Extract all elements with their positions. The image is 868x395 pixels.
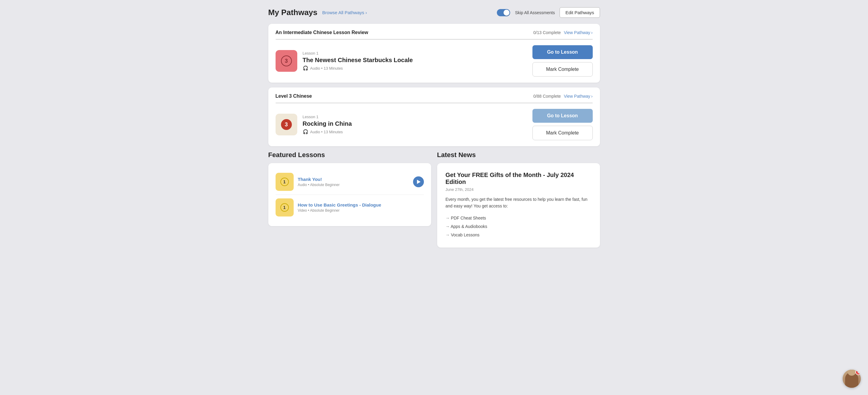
featured-thumb-num: 1 <box>280 178 289 186</box>
lesson-actions: Go to Lesson Mark Complete <box>532 45 593 77</box>
skip-assessments-toggle[interactable] <box>497 9 510 16</box>
latest-news-section: Latest News Get Your FREE Gifts of the M… <box>437 151 600 248</box>
lesson-row: 3 Lesson 1 Rocking in China 🎧 Audio • 13… <box>276 109 593 140</box>
news-card: Get Your FREE Gifts of the Month - July … <box>437 163 600 248</box>
pathway-name: An Intermediate Chinese Lesson Review <box>276 30 368 35</box>
pathway-cards: An Intermediate Chinese Lesson Review 0/… <box>268 24 600 146</box>
featured-card: 1 Thank You! Audio • Absolute Beginner 1… <box>268 163 431 226</box>
mark-complete-button[interactable]: Mark Complete <box>532 126 593 140</box>
progress-text: 0/13 Complete <box>533 30 561 35</box>
progress-bar <box>276 39 593 40</box>
page-wrapper: My Pathways Browse All Pathways › Skip A… <box>268 7 600 248</box>
lesson-title: Rocking in China <box>303 120 527 127</box>
lesson-thumb-number: 3 <box>281 119 292 130</box>
lesson-sub: 🎧 Audio • 13 Minutes <box>303 129 527 134</box>
featured-thumb: 1 <box>276 199 293 216</box>
lesson-thumb: 3 <box>276 50 297 72</box>
featured-lesson-row: 1 Thank You! Audio • Absolute Beginner <box>276 169 424 194</box>
news-list-item: Vocab Lessons <box>445 231 592 239</box>
page-title: My Pathways <box>268 8 317 17</box>
lesson-thumb: 3 <box>276 114 297 135</box>
news-list-item: PDF Cheat Sheets <box>445 214 592 222</box>
news-article-title: Get Your FREE Gifts of the Month - July … <box>445 172 592 185</box>
play-button[interactable] <box>413 176 424 187</box>
lesson-info: Lesson 1 The Newest Chinese Starbucks Lo… <box>303 51 527 71</box>
view-pathway-link[interactable]: View Pathway › <box>564 30 592 35</box>
edit-pathways-button[interactable]: Edit Pathways <box>560 7 600 18</box>
mark-complete-button[interactable]: Mark Complete <box>532 62 593 77</box>
audio-icon: 🎧 <box>303 65 308 71</box>
chat-badge: 2 <box>855 370 861 375</box>
featured-lesson-row: 1 How to Use Basic Greetings - Dialogue … <box>276 194 424 220</box>
featured-lesson-info: How to Use Basic Greetings - Dialogue Vi… <box>298 202 424 213</box>
chevron-right-icon: › <box>365 10 367 15</box>
featured-lesson-info: Thank You! Audio • Absolute Beginner <box>298 177 409 187</box>
news-list-item: Apps & Audiobooks <box>445 222 592 231</box>
featured-lessons-section: Featured Lessons 1 Thank You! Audio • Ab… <box>268 151 431 248</box>
progress-text: 0/88 Complete <box>533 94 561 99</box>
featured-title: Featured Lessons <box>268 151 431 159</box>
chevron-right-icon: › <box>591 30 593 35</box>
pathway-card-1: Level 3 Chinese 0/88 Complete View Pathw… <box>268 87 600 146</box>
news-body: Every month, you get the latest free res… <box>445 196 592 210</box>
header-right: Skip All Assessments Edit Pathways <box>497 7 600 18</box>
lesson-thumb-number: 3 <box>281 56 292 66</box>
lesson-label: Lesson 1 <box>303 51 527 56</box>
chevron-right-icon: › <box>591 94 593 99</box>
view-pathway-link[interactable]: View Pathway › <box>564 94 592 99</box>
lesson-type: Audio • 13 Minutes <box>310 66 343 70</box>
lesson-actions: Go to Lesson Mark Complete <box>532 109 593 140</box>
featured-lesson-title[interactable]: How to Use Basic Greetings - Dialogue <box>298 202 424 208</box>
lesson-sub: 🎧 Audio • 13 Minutes <box>303 65 527 71</box>
go-to-lesson-button[interactable]: Go to Lesson <box>532 109 593 123</box>
pathway-card-0: An Intermediate Chinese Lesson Review 0/… <box>268 24 600 83</box>
news-title: Latest News <box>437 151 600 159</box>
browse-all-link[interactable]: Browse All Pathways › <box>322 10 367 15</box>
pathway-name: Level 3 Chinese <box>276 93 312 99</box>
lesson-info: Lesson 1 Rocking in China 🎧 Audio • 13 M… <box>303 115 527 134</box>
news-date: June 27th, 2024 <box>445 187 592 192</box>
featured-thumb-num: 1 <box>280 203 289 212</box>
pathway-header: An Intermediate Chinese Lesson Review 0/… <box>276 30 593 35</box>
news-list: PDF Cheat SheetsApps & AudiobooksVocab L… <box>445 214 592 239</box>
lesson-row: 3 Lesson 1 The Newest Chinese Starbucks … <box>276 45 593 77</box>
go-to-lesson-button[interactable]: Go to Lesson <box>532 45 593 59</box>
featured-lesson-sub: Video • Absolute Beginner <box>298 208 424 213</box>
lesson-label: Lesson 1 <box>303 115 527 119</box>
featured-lesson-sub: Audio • Absolute Beginner <box>298 183 409 187</box>
audio-icon: 🎧 <box>303 129 308 134</box>
featured-thumb: 1 <box>276 173 293 191</box>
pathway-header: Level 3 Chinese 0/88 Complete View Pathw… <box>276 93 593 99</box>
chat-avatar[interactable]: 2 <box>843 370 861 388</box>
pathway-meta: 0/88 Complete View Pathway › <box>533 94 592 99</box>
skip-label: Skip All Assessments <box>515 10 555 15</box>
progress-bar <box>276 102 593 103</box>
bottom-section: Featured Lessons 1 Thank You! Audio • Ab… <box>268 151 600 248</box>
lesson-title: The Newest Chinese Starbucks Locale <box>303 57 527 64</box>
header: My Pathways Browse All Pathways › Skip A… <box>268 7 600 18</box>
lesson-type: Audio • 13 Minutes <box>310 130 343 134</box>
featured-lesson-title[interactable]: Thank You! <box>298 177 409 182</box>
pathway-meta: 0/13 Complete View Pathway › <box>533 30 592 35</box>
